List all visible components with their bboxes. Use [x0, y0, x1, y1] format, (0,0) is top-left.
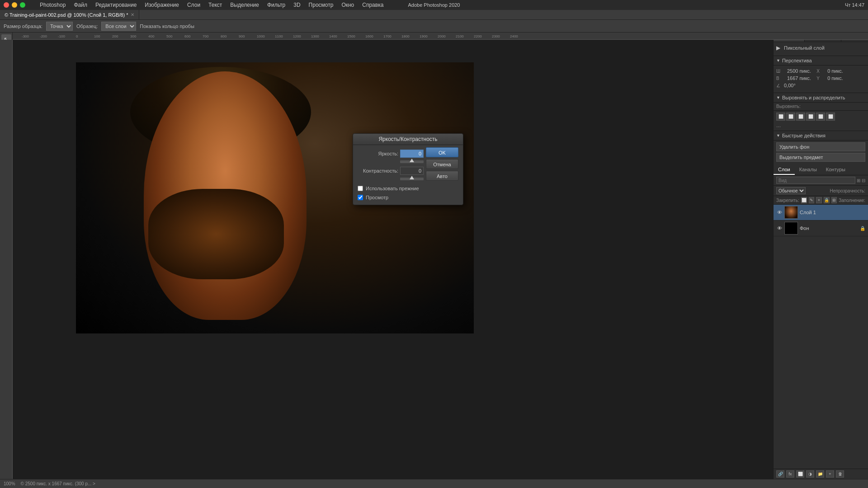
titlebar-right-icons: Чт 14:47	[845, 2, 864, 8]
align-bottom-btn[interactable]: ⬜	[826, 113, 835, 121]
options-bar: Размер образца: Точка Образец: Все слои …	[0, 20, 868, 33]
layers-section: Слои Каналы Контуры ⊞ ⊟ Обычное Непрозра…	[774, 165, 868, 479]
add-style-btn[interactable]: fx	[786, 470, 794, 478]
preview-label: Просмотр	[366, 195, 388, 200]
menu-help[interactable]: Справка	[359, 1, 387, 9]
dialog-title-bar[interactable]: Яркость/Контрастность	[353, 134, 463, 145]
angle-value: 0,00°	[784, 83, 796, 88]
new-layer-btn[interactable]: +	[826, 470, 834, 478]
lock-artboard-btn[interactable]: +	[816, 197, 822, 203]
new-group-btn[interactable]: 📁	[816, 470, 824, 478]
tabbar: © Training-oil-paint-002.psd @ 100% (Сло…	[0, 10, 868, 20]
panel-right: Свойства Библиотеки ▶ Пиксельный слой ▼ …	[773, 33, 868, 479]
brightness-input[interactable]	[400, 150, 424, 158]
show-ring-label: Показать кольцо пробы	[140, 23, 194, 29]
menu-select[interactable]: Выделение	[226, 1, 263, 9]
window-title: Adobe Photoshop 2020	[408, 2, 460, 8]
layer-visibility-1[interactable]: 👁	[776, 209, 783, 216]
remove-bg-button[interactable]: Удалить фон	[776, 142, 865, 151]
align-label: Выровнять и распределить	[782, 95, 845, 100]
layer-item-1[interactable]: 👁 Слой 1	[774, 205, 868, 221]
menu-file[interactable]: Файл	[70, 1, 91, 9]
contrast-input[interactable]	[400, 167, 424, 175]
add-mask-btn[interactable]: ⬜	[796, 470, 804, 478]
align-center-v-btn[interactable]: ⬜	[816, 113, 825, 121]
menu-image[interactable]: Изображение	[141, 1, 183, 9]
menu-view[interactable]: Просмотр	[305, 1, 337, 9]
perspective-section-title[interactable]: ▼ Перспектива	[774, 56, 868, 66]
layers-blend-options: Обычное Непрозрачность:	[774, 186, 868, 196]
close-button[interactable]	[4, 2, 9, 8]
filter-icon: ⊞	[857, 178, 860, 183]
brush-size-select[interactable]: Точка	[46, 22, 73, 31]
x-label: X	[816, 69, 826, 74]
brush-size-label: Размер образца:	[4, 23, 42, 29]
align-more-btn[interactable]: ···	[774, 122, 868, 131]
layer-lock-icon-bg: 🔒	[860, 226, 865, 231]
sort-icon: ⊟	[862, 178, 865, 183]
layer-name-1: Слой 1	[800, 210, 865, 215]
preview-checkbox[interactable]	[358, 195, 363, 200]
delete-layer-btn[interactable]: 🗑	[836, 470, 844, 478]
layer-type-label: Пиксельный слой	[784, 45, 825, 51]
layer-name-bg: Фон	[800, 225, 858, 231]
align-left-btn[interactable]: ⬜	[776, 113, 785, 121]
minimize-button[interactable]	[12, 2, 17, 8]
menu-window[interactable]: Окно	[338, 1, 358, 9]
layer-thumb-bg	[784, 222, 798, 235]
lock-pixels-btn[interactable]: ⬜	[801, 197, 807, 203]
height-label: В	[776, 76, 785, 81]
use-legacy-checkbox[interactable]	[358, 186, 363, 191]
align-center-h-btn[interactable]: ⬜	[786, 113, 795, 121]
new-fill-adj-btn[interactable]: ◑	[806, 470, 814, 478]
layer-type-section: ▶ Пиксельный слой	[774, 42, 868, 56]
tab-channels[interactable]: Каналы	[795, 165, 821, 175]
preview-row: Просмотр	[358, 195, 458, 200]
use-legacy-label: Использовать прежние	[366, 186, 419, 191]
layers-search-bar: ⊞ ⊟	[774, 175, 868, 186]
lock-position-btn[interactable]: ✎	[809, 197, 815, 203]
lock-all-btn[interactable]: 🔒	[824, 197, 830, 203]
samples-select[interactable]: Все слои	[101, 22, 136, 31]
tab-layers[interactable]: Слои	[774, 165, 795, 175]
layers-search-input[interactable]	[776, 177, 855, 184]
ok-button[interactable]: OK	[426, 147, 458, 157]
status-bar: 100% © 2500 пикс. x 1667 пикс. (300 р...…	[0, 479, 868, 488]
menu-filter[interactable]: Фильтр	[264, 1, 289, 9]
align-right-btn[interactable]: ⬜	[796, 113, 805, 121]
align-section-title[interactable]: ▼ Выровнять и распределить	[774, 93, 868, 103]
active-tab[interactable]: © Training-oil-paint-002.psd @ 100% (Сло…	[0, 10, 139, 19]
zoom-level: 100%	[4, 481, 15, 486]
layer-visibility-bg[interactable]: 👁	[776, 225, 783, 231]
portrait-beard	[148, 189, 284, 279]
align-top-btn[interactable]: ⬜	[806, 113, 815, 121]
menu-text[interactable]: Текст	[205, 1, 226, 9]
contrast-slider[interactable]	[400, 178, 424, 180]
y-value: 0 пикс.	[827, 75, 843, 81]
menu-layers[interactable]: Слои	[184, 1, 204, 9]
tab-paths[interactable]: Контуры	[821, 165, 850, 175]
select-subject-button[interactable]: Выделить предмет	[776, 153, 865, 162]
align-buttons-group: ⬜ ⬜ ⬜ ⬜ ⬜ ⬜	[774, 111, 868, 122]
brightness-slider[interactable]	[400, 160, 424, 163]
blend-mode-select[interactable]: Обычное	[776, 187, 806, 194]
quick-actions-title[interactable]: ▼ Быстрые действия	[774, 131, 868, 141]
auto-button[interactable]: Авто	[426, 171, 458, 181]
canvas-area[interactable]	[13, 40, 773, 479]
tab-close-icon[interactable]: ✕	[131, 12, 134, 17]
app-name-menu[interactable]: Photoshop	[36, 1, 69, 9]
align-sub-label: Выровнять:	[774, 103, 868, 111]
cancel-button[interactable]: Отмена	[426, 159, 458, 169]
perspective-values: Ш 2500 пикс. X 0 пикс. В 1667 пикс. Y 0 …	[774, 66, 868, 93]
menu-3d[interactable]: 3D	[290, 1, 304, 9]
link-layers-btn[interactable]: 🔗	[776, 470, 784, 478]
samples-label: Образец:	[76, 23, 98, 29]
y-label: Y	[816, 76, 826, 81]
layer-item-bg[interactable]: 👁 Фон 🔒	[774, 221, 868, 236]
menu-edit[interactable]: Редактирование	[92, 1, 140, 9]
lock-extra-btn[interactable]: ⊞	[831, 197, 837, 203]
document-info: © 2500 пикс. x 1667 пикс. (300 р... >	[21, 481, 95, 486]
opacity-label: Непрозрачность:	[830, 188, 865, 193]
maximize-button[interactable]	[20, 2, 25, 8]
x-value: 0 пикс.	[827, 68, 843, 74]
